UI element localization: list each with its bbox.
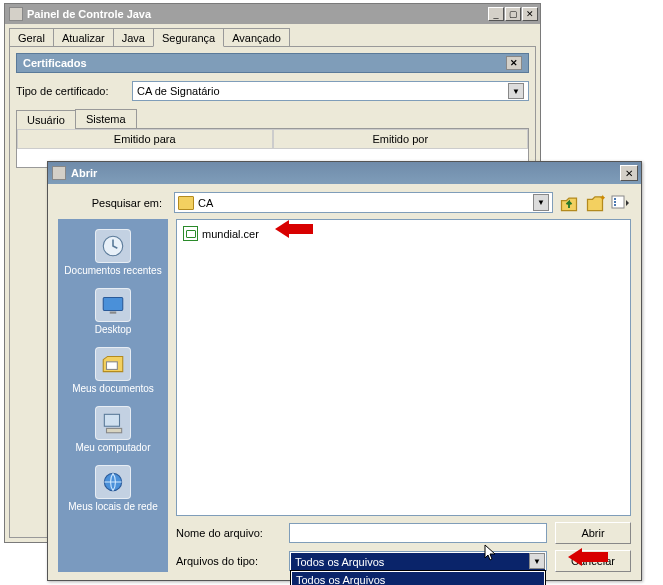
svg-rect-2 (614, 198, 616, 200)
svg-rect-9 (104, 414, 119, 426)
certificates-heading-bar: Certificados ✕ (16, 53, 529, 73)
cert-type-label: Tipo de certificado: (16, 85, 126, 97)
place-recent-documents[interactable]: Documentos recentes (58, 225, 168, 282)
annotation-arrow-icon (275, 220, 315, 238)
tab-atualizar[interactable]: Atualizar (53, 28, 114, 46)
my-documents-icon (95, 347, 131, 381)
tab-seguranca[interactable]: Segurança (153, 28, 224, 47)
dialog-close-button[interactable]: ✕ (620, 165, 638, 181)
filetype-dropdown-list[interactable]: Todos os Arquivos Certificate Files (.cs… (290, 570, 546, 585)
th-emitido-por[interactable]: Emitido por (273, 129, 529, 149)
tab-avancado[interactable]: Avançado (223, 28, 290, 46)
svg-rect-1 (612, 196, 624, 208)
desktop-icon (95, 288, 131, 322)
fg-window-title: Abrir (71, 167, 620, 179)
cert-type-value: CA de Signatário (137, 85, 220, 97)
filetype-selected: Todos os Arquivos (291, 553, 545, 571)
bg-titlebar[interactable]: Painel de Controle Java _ ▢ ✕ (5, 4, 540, 24)
minimize-button[interactable]: _ (488, 7, 504, 21)
filetype-option-all[interactable]: Todos os Arquivos (292, 572, 544, 585)
search-in-dropdown[interactable]: CA ▼ (174, 192, 553, 213)
certificate-file-icon (183, 226, 198, 241)
subtab-usuario[interactable]: Usuário (16, 110, 76, 129)
folder-name: CA (198, 197, 213, 209)
view-menu-icon[interactable] (611, 193, 631, 213)
mouse-cursor-icon (484, 544, 498, 562)
chevron-down-icon: ▼ (533, 194, 549, 211)
svg-rect-3 (614, 201, 616, 203)
open-button[interactable]: Abrir (555, 522, 631, 544)
th-emitido-para[interactable]: Emitido para (17, 129, 273, 149)
svg-rect-10 (107, 428, 122, 432)
svg-rect-8 (107, 362, 118, 370)
annotation-arrow-icon (568, 548, 612, 566)
chevron-down-icon: ▼ (508, 83, 524, 99)
filetype-dropdown[interactable]: Todos os Arquivos ▼ Todos os Arquivos Ce… (289, 551, 547, 571)
folder-icon (178, 196, 194, 210)
tab-geral[interactable]: Geral (9, 28, 54, 46)
certificates-close-icon[interactable]: ✕ (506, 56, 522, 70)
file-list[interactable]: mundial.cer (176, 219, 631, 516)
up-one-level-icon[interactable] (559, 193, 579, 213)
subtab-sistema[interactable]: Sistema (75, 109, 137, 128)
open-file-dialog: Abrir ✕ Pesquisar em: CA ▼ ✦ (47, 161, 642, 581)
certificates-heading: Certificados (23, 57, 87, 69)
fg-titlebar[interactable]: Abrir ✕ (48, 162, 641, 184)
place-my-computer[interactable]: Meu computador (58, 402, 168, 459)
close-button[interactable]: ✕ (522, 7, 538, 21)
my-computer-icon (95, 406, 131, 440)
file-item-label: mundial.cer (202, 228, 259, 240)
places-bar: Documentos recentes Desktop Meus documen… (58, 219, 168, 572)
filename-label: Nome do arquivo: (176, 527, 281, 539)
bg-window-title: Painel de Controle Java (27, 8, 488, 20)
network-places-icon (95, 465, 131, 499)
svg-text:✦: ✦ (599, 193, 605, 203)
place-desktop[interactable]: Desktop (58, 284, 168, 341)
cert-type-dropdown[interactable]: CA de Signatário ▼ (132, 81, 529, 101)
recent-documents-icon (95, 229, 131, 263)
svg-rect-6 (103, 297, 123, 310)
chevron-down-icon: ▼ (529, 553, 545, 569)
java-system-icon (52, 166, 66, 180)
search-in-label: Pesquisar em: (58, 197, 168, 209)
maximize-button[interactable]: ▢ (505, 7, 521, 21)
svg-rect-4 (614, 204, 616, 206)
file-item-mundial-cer[interactable]: mundial.cer (183, 226, 624, 241)
new-folder-icon[interactable]: ✦ (585, 193, 605, 213)
filetype-label: Arquivos do tipo: (176, 555, 281, 567)
bg-tabs: Geral Atualizar Java Segurança Avançado (5, 24, 540, 46)
java-system-icon (9, 7, 23, 21)
place-my-documents[interactable]: Meus documentos (58, 343, 168, 400)
filename-input[interactable] (289, 523, 547, 543)
tab-java[interactable]: Java (113, 28, 154, 46)
place-network[interactable]: Meus locais de rede (58, 461, 168, 518)
svg-rect-7 (110, 312, 117, 314)
